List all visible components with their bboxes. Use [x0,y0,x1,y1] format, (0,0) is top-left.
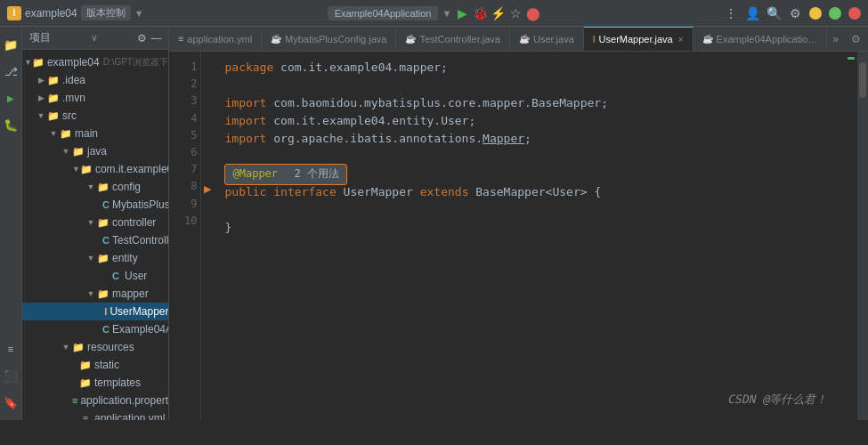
tree-item-templates[interactable]: 📁 templates [22,374,168,392]
expand-icon: ▶ [35,92,47,104]
folder-icon: 📁 [97,287,110,300]
code-text: ; [524,130,531,149]
more-options-btn[interactable]: ⋮ [724,6,738,20]
tree-item-mvn[interactable]: ▶ 📁 .mvn [22,89,168,107]
tree-item-mapper[interactable]: ▼ 📁 mapper [22,285,168,303]
tree-item-root[interactable]: ▼ 📁 example04 D:\GPT浏览器下载\IDEA代码\日常代码1 [22,53,168,71]
folder-icon: 📁 [97,181,110,193]
debug-button[interactable]: 🐞 [473,6,487,20]
tree-item-app[interactable]: C Example04Application [22,320,168,338]
tree-item-appprops[interactable]: ≡ application.properties [22,392,168,409]
java-file-icon: ☕ [519,34,530,44]
classname: BaseMapper [531,94,601,113]
tree-item-java[interactable]: ▼ 📁 java [22,142,168,160]
tab-testcontroller[interactable]: ☕ TestController.java [396,27,510,52]
sidebar-icon-bottom3[interactable]: 🔖 [0,392,21,413]
tab-label: application.yml [187,34,252,44]
line-numbers: 1 2 3 4 5 6 7 8 9 10 [169,52,201,420]
tree-item-usermapper[interactable]: I UserMapper [22,303,168,320]
tab-close-btn[interactable]: × [678,35,684,44]
sidebar-icon-debug[interactable]: 🐛 [0,114,21,135]
interface-name: UserMapper [344,183,413,202]
sidebar-icon-bottom2[interactable]: ⬛ [0,365,21,386]
tree-item-testcontroller[interactable]: C TestController [22,231,168,249]
tree-container[interactable]: ▼ 📁 example04 D:\GPT浏览器下载\IDEA代码\日常代码1 ▶… [22,50,168,420]
class-icon: C [110,270,122,282]
title-bar-center: Example04Application ▼ ▶ 🐞 ⚡ ☆ ⬤ [328,6,541,20]
tree-item-entity[interactable]: ▼ 📁 entity [22,249,168,267]
sidebar-icon-folder[interactable]: 📁 [0,34,21,55]
bookmark-button[interactable]: ☆ [508,6,523,20]
tree-item-mybatisconfig[interactable]: C MybatisPlusConfig [22,196,168,214]
classname-mapper: Mapper [483,130,524,149]
tab-user[interactable]: ☕ User.java [510,27,584,52]
version-control-btn[interactable]: 版本控制 [81,5,131,20]
scroll-thumb[interactable] [859,62,866,98]
expand-icon [72,376,79,389]
tab-label: MybatisPlusConfig.java [285,34,386,44]
annotation-hint-box: @Mapper 2 个用法 [224,164,346,184]
tree-item-appyml[interactable]: ≡ application.yml [22,409,168,420]
folder-icon: 📁 [47,109,60,122]
panel-collapse-btn[interactable]: — [150,32,161,44]
tree-item-resources[interactable]: ▼ 📁 resources [22,338,168,356]
expand-icon: ▼ [85,181,97,193]
gutter: ▶ [201,52,214,420]
classname: User [441,112,468,131]
java-file-icon: ☕ [702,34,713,44]
panel-settings-btn[interactable]: ⚙ [137,32,147,44]
expand-icon: ▼ [85,287,97,300]
profile-button[interactable]: ⚡ [491,6,505,20]
tab-application-yml[interactable]: ≡ application.yml [169,27,262,52]
tree-item-user[interactable]: C User [22,267,168,285]
class-icon: C [102,234,110,247]
minimize-btn[interactable] [809,7,822,20]
folder-icon: 📁 [60,127,72,140]
tree-item-idea[interactable]: ▶ 📁 .idea [22,71,168,89]
editor-settings-btn[interactable]: ⚙ [844,33,868,45]
keyword-import: import [224,94,266,113]
space [468,183,475,202]
line-num: 4 [173,110,197,127]
settings-btn[interactable]: ⚙ [788,6,802,20]
title-bar-left: I example04 版本控制 ▼ [7,5,322,20]
tree-item-static[interactable]: 📁 static [22,356,168,374]
tab-usermapper[interactable]: I UserMapper.java × [584,27,694,52]
hint-annotation: @Mapper [232,166,278,182]
sidebar-icon-bottom1[interactable]: ≡ [0,338,21,360]
title-bar-right: ⋮ 👤 🔍 ⚙ [546,6,861,20]
tree-item-main[interactable]: ▼ 📁 main [22,125,168,142]
run-config[interactable]: Example04Application [328,6,439,20]
tab-app[interactable]: ☕ Example04Applicatio… [694,27,828,52]
java-file-icon: ☕ [271,34,281,44]
interface-icon: I [104,305,107,318]
tree-item-package[interactable]: ▼ 📁 com.it.example04 [22,160,168,178]
tab-more-btn[interactable]: » [827,33,844,45]
close-btn[interactable] [848,7,861,20]
tab-label: UserMapper.java [599,34,673,44]
tree-item-config[interactable]: ▼ 📁 config [22,178,168,196]
folder-icon: 📁 [97,216,110,229]
code-line-9 [224,201,834,219]
tab-mybatisplusconfig[interactable]: ☕ MybatisPlusConfig.java [262,27,396,52]
maximize-btn[interactable] [829,7,841,20]
kw-interface: interface [273,183,336,202]
close-brace: } [224,219,231,238]
editor-area: ≡ application.yml ☕ MybatisPlusConfig.ja… [169,27,868,420]
expand-icon [72,359,79,371]
item-label: Example04Application [112,323,169,336]
sidebar-icon-run[interactable]: ▶ [0,87,21,109]
tree-item-controller[interactable]: ▼ 📁 controller [22,214,168,231]
space [337,183,344,202]
title-bar: I example04 版本控制 ▼ Example04Application … [0,0,868,27]
record-button[interactable]: ⬤ [526,6,540,20]
search-everywhere-btn[interactable]: 🔍 [767,6,781,20]
tree-item-src[interactable]: ▼ 📁 src [22,107,168,125]
code-area[interactable]: package com.it.example04.mapper; import … [214,52,845,420]
editor-scrollbar[interactable] [857,52,868,420]
sidebar-icon-vcs[interactable]: ⎇ [0,61,21,82]
run-button[interactable]: ▶ [455,6,469,20]
expand-icon: ▼ [47,127,60,140]
user-btn[interactable]: 👤 [745,6,759,20]
folder-icon: 📁 [79,359,92,371]
